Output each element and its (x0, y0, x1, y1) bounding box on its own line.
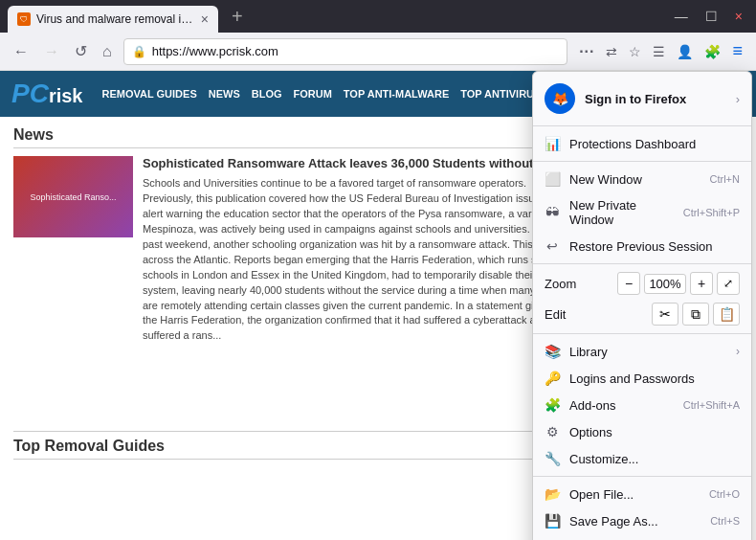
open-file-shortcut: Ctrl+O (709, 488, 740, 500)
hamburger-menu-button[interactable]: ≡ (728, 37, 746, 65)
menu-options[interactable]: ⚙ Options (533, 418, 751, 445)
restore-session-icon: ↩ (545, 238, 560, 254)
addons-icon: 🧩 (545, 397, 560, 413)
zoom-in-button[interactable]: + (690, 272, 713, 295)
nav-news[interactable]: NEWS (209, 88, 240, 100)
new-window-shortcut: Ctrl+N (710, 173, 740, 185)
lock-icon: 🔒 (132, 45, 146, 58)
address-bar: ← → ↺ ⌂ 🔒 https://www.pcrisk.com ··· ⇄ ☆… (0, 33, 756, 71)
zoom-expand-button[interactable]: ⤢ (717, 272, 740, 295)
new-window-label: New Window (569, 172, 700, 187)
nav-blog[interactable]: BLOG (252, 88, 282, 100)
zoom-label: Zoom (545, 277, 613, 291)
library-icon: 📚 (545, 344, 560, 359)
open-file-label: Open File... (569, 487, 700, 502)
new-tab-button[interactable]: + (226, 6, 249, 28)
titlebar: 🛡 Virus and malware removal ins... × + —… (0, 0, 756, 33)
menu-protections-dashboard[interactable]: 📊 Protections Dashboard (533, 130, 751, 157)
home-button[interactable]: ⌂ (99, 39, 116, 64)
menu-save-page[interactable]: 💾 Save Page As... Ctrl+S (533, 507, 751, 534)
addons-label: Add-ons (569, 398, 674, 413)
menu-restore-session[interactable]: ↩ Restore Previous Session (533, 233, 751, 259)
tab-close-button[interactable]: × (201, 11, 209, 27)
restore-session-label: Restore Previous Session (569, 239, 740, 254)
protections-label: Protections Dashboard (569, 137, 740, 151)
private-window-label: New Private Window (569, 198, 674, 227)
forward-button[interactable]: → (40, 39, 63, 64)
main-article-image-label: Sophisticated Ranso... (30, 192, 116, 202)
nav-forum[interactable]: FORUM (294, 88, 332, 100)
close-window-button[interactable]: × (729, 9, 748, 24)
sign-in-item[interactable]: 🦊 Sign in to Firefox › (533, 76, 751, 122)
url-bar[interactable]: 🔒 https://www.pcrisk.com (123, 38, 567, 65)
edit-row: Edit ✂ ⧉ 📋 (533, 299, 751, 329)
minimize-button[interactable]: — (669, 9, 694, 24)
tab-title: Virus and malware removal ins... (36, 12, 195, 26)
reading-mode-icon[interactable]: ☰ (649, 40, 669, 63)
site-logo: PCrisk (11, 79, 83, 109)
private-window-icon: 🕶 (545, 205, 560, 220)
sign-in-sub: Firefox (645, 92, 686, 106)
private-window-shortcut: Ctrl+Shift+P (683, 207, 740, 218)
paste-button[interactable]: 📋 (713, 303, 740, 326)
main-article-body: Schools and Universities continue to be … (143, 176, 578, 344)
addons-shortcut: Ctrl+Shift+A (683, 399, 740, 411)
menu-new-private-window[interactable]: 🕶 New Private Window Ctrl+Shift+P (533, 192, 751, 233)
toolbar-right: ··· ⇄ ☆ ☰ 👤 🧩 ≡ (575, 37, 746, 65)
logins-label: Logins and Passwords (569, 371, 740, 386)
save-page-label: Save Page As... (569, 514, 700, 529)
divider-2 (533, 263, 751, 264)
active-tab[interactable]: 🛡 Virus and malware removal ins... × (8, 6, 218, 33)
cut-button[interactable]: ✂ (652, 303, 678, 326)
menu-logins[interactable]: 🔑 Logins and Passwords (533, 365, 751, 392)
account-button[interactable]: 👤 (673, 40, 697, 63)
zoom-row: Zoom − 100% + ⤢ (533, 268, 751, 299)
open-file-icon: 📂 (545, 486, 560, 502)
edit-label: Edit (545, 307, 648, 322)
main-article: Sophisticated Ranso... Sophisticated Ran… (13, 156, 578, 423)
extensions-button[interactable]: 🧩 (700, 40, 724, 63)
back-button[interactable]: ← (10, 39, 33, 64)
menu-open-file[interactable]: 📂 Open File... Ctrl+O (533, 481, 751, 507)
firefox-menu: 🦊 Sign in to Firefox › 📊 Protections Das… (532, 71, 752, 540)
sign-in-arrow: › (736, 92, 740, 106)
zoom-value: 100% (644, 274, 686, 294)
save-page-shortcut: Ctrl+S (710, 515, 740, 527)
url-text: https://www.pcrisk.com (152, 44, 278, 58)
nav-top-anti-malware[interactable]: TOP ANTI-MALWARE (344, 88, 449, 100)
menu-customize[interactable]: 🔧 Customize... (533, 445, 751, 472)
sign-in-text: Sign in to Firefox (585, 92, 686, 106)
sync-icon[interactable]: ⇄ (602, 40, 621, 63)
refresh-button[interactable]: ↺ (71, 38, 91, 64)
customize-label: Customize... (569, 452, 740, 466)
sign-in-label: Sign in to (585, 92, 641, 106)
maximize-button[interactable]: ☐ (700, 9, 723, 24)
library-arrow: › (736, 345, 740, 358)
options-label: Options (569, 425, 740, 439)
more-button[interactable]: ··· (575, 39, 598, 64)
copy-button[interactable]: ⧉ (682, 303, 709, 326)
menu-library[interactable]: 📚 Library › (533, 338, 751, 365)
divider-1 (533, 161, 751, 162)
logo-risk: risk (49, 85, 83, 106)
menu-new-window[interactable]: ⬜ New Window Ctrl+N (533, 166, 751, 192)
logins-icon: 🔑 (545, 371, 560, 386)
save-page-icon: 💾 (545, 513, 560, 529)
divider-3 (533, 333, 751, 334)
nav-removal-guides[interactable]: REMOVAL GUIDES (102, 88, 197, 100)
zoom-out-button[interactable]: − (617, 272, 640, 295)
logo-pc: PC (11, 79, 49, 108)
firefox-avatar: 🦊 (545, 83, 575, 114)
tab-favicon: 🛡 (17, 12, 31, 26)
bookmark-button[interactable]: ☆ (625, 40, 645, 63)
divider-4 (533, 476, 751, 477)
main-article-image: Sophisticated Ranso... (13, 156, 133, 237)
menu-print[interactable]: 🖨 Print... (533, 534, 751, 540)
divider-0 (533, 125, 751, 126)
library-label: Library (569, 345, 726, 359)
window-controls: — ☐ × (669, 9, 748, 24)
customize-icon: 🔧 (545, 451, 560, 466)
new-window-icon: ⬜ (545, 171, 560, 187)
options-icon: ⚙ (545, 424, 560, 439)
menu-addons[interactable]: 🧩 Add-ons Ctrl+Shift+A (533, 392, 751, 418)
